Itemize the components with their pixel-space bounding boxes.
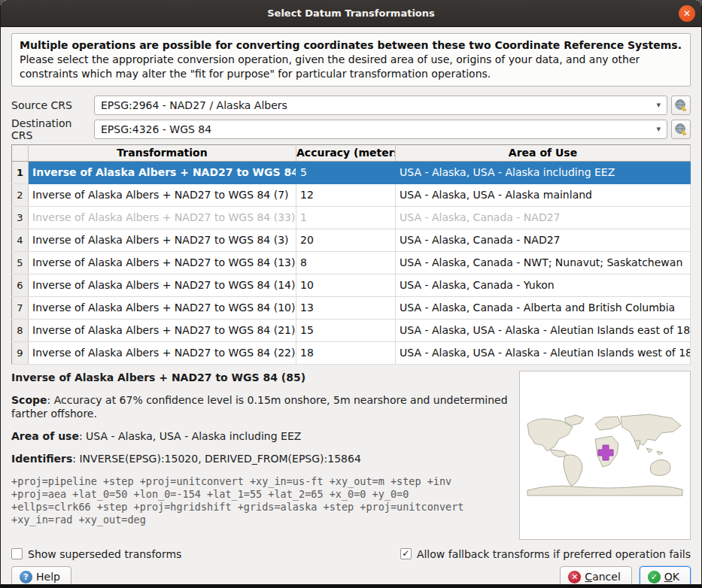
- accuracy-cell[interactable]: 1: [296, 206, 396, 229]
- close-glyph: ✕: [683, 8, 691, 19]
- proj-pipeline-string: +proj=pipeline +step +proj=unitconvert +…: [11, 475, 510, 527]
- transformation-cell[interactable]: Inverse of Alaska Albers + NAD27 to WGS …: [29, 296, 296, 319]
- cancel-button-label: Cancel: [585, 571, 620, 583]
- accuracy-cell[interactable]: 12: [296, 183, 396, 206]
- area-of-use-map: [519, 371, 691, 540]
- destination-crs-value: EPSG:4326 - WGS 84: [101, 123, 652, 135]
- transformation-cell[interactable]: Inverse of Alaska Albers + NAD27 to WGS …: [29, 206, 296, 229]
- row-number: 3: [12, 206, 29, 229]
- header-accuracy[interactable]: Accuracy (meters): [296, 144, 396, 161]
- dialog-content: Multiple operations are possible for con…: [1, 27, 701, 588]
- titlebar: Select Datum Transformations ✕: [1, 0, 701, 27]
- row-number: 7: [12, 296, 29, 319]
- area-cell[interactable]: USA - Alaska, USA - Alaska - Aleutian Is…: [396, 341, 691, 364]
- table-row[interactable]: 9 Inverse of Alaska Albers + NAD27 to WG…: [12, 341, 691, 364]
- row-number: 5: [12, 251, 29, 274]
- transformations-table: Transformation Accuracy (meters) Area of…: [11, 144, 691, 365]
- area-cell[interactable]: USA - Alaska, Canada - NAD27: [396, 206, 691, 229]
- destination-crs-row: Destination CRS EPSG:4326 - WGS 84 ▾: [11, 120, 691, 139]
- source-crs-value: EPSG:2964 - NAD27 / Alaska Albers: [101, 99, 652, 111]
- table-row[interactable]: 5 Inverse of Alaska Albers + NAD27 to WG…: [12, 251, 691, 274]
- table-row[interactable]: 1 Inverse of Alaska Albers + NAD27 to WG…: [12, 161, 691, 183]
- select-destination-crs-button[interactable]: [671, 120, 691, 139]
- ok-mnemonic: O: [664, 571, 673, 583]
- area-cell[interactable]: USA - Alaska, Canada - Yukon: [396, 274, 691, 296]
- source-crs-combobox[interactable]: EPSG:2964 - NAD27 / Alaska Albers ▾: [94, 95, 667, 115]
- show-superseded-checkbox[interactable]: Show superseded transforms: [11, 548, 181, 560]
- accuracy-cell[interactable]: 8: [296, 251, 396, 274]
- source-crs-row: Source CRS EPSG:2964 - NAD27 / Alaska Al…: [11, 95, 691, 115]
- options-row: Show superseded transforms ✓ Allow fallb…: [11, 547, 691, 561]
- allow-fallback-label: Allow fallback transforms if preferred o…: [417, 548, 691, 560]
- transformation-cell[interactable]: Inverse of Alaska Albers + NAD27 to WGS …: [29, 274, 296, 296]
- ok-rest: K: [673, 571, 679, 583]
- globe-edit-icon: [674, 123, 688, 136]
- header-transformation[interactable]: Transformation: [29, 144, 296, 161]
- transformation-details: Inverse of Alaska Albers + NAD27 to WGS …: [11, 371, 519, 540]
- transformation-cell[interactable]: Inverse of Alaska Albers + NAD27 to WGS …: [29, 161, 296, 183]
- transformation-cell[interactable]: Inverse of Alaska Albers + NAD27 to WGS …: [29, 251, 296, 274]
- transformation-cell[interactable]: Inverse of Alaska Albers + NAD27 to WGS …: [29, 319, 296, 341]
- ok-button[interactable]: ✓ OK: [640, 566, 691, 588]
- button-row: ? Help ✕ Cancel ✓ OK: [11, 566, 691, 588]
- row-number: 1: [12, 161, 29, 183]
- accuracy-cell[interactable]: 20: [296, 229, 396, 251]
- area-cell[interactable]: USA - Alaska, Canada - Alberta and Briti…: [396, 296, 691, 319]
- cancel-button[interactable]: ✕ Cancel: [560, 566, 631, 588]
- transformation-cell[interactable]: Inverse of Alaska Albers + NAD27 to WGS …: [29, 183, 296, 206]
- area-cell[interactable]: USA - Alaska, USA - Alaska mainland: [396, 183, 691, 206]
- transformation-cell[interactable]: Inverse of Alaska Albers + NAD27 to WGS …: [29, 229, 296, 251]
- source-crs-label: Source CRS: [11, 99, 94, 111]
- identifiers-text: : INVERSE(EPSG):15020, DERIVED_FROM(EPSG…: [72, 453, 361, 465]
- ok-icon: ✓: [648, 571, 661, 583]
- row-number: 2: [12, 183, 29, 206]
- accuracy-cell[interactable]: 15: [296, 319, 396, 341]
- select-source-crs-button[interactable]: [671, 95, 691, 115]
- select-datum-transformations-dialog: Select Datum Transformations ✕ Multiple …: [0, 0, 702, 588]
- table-row[interactable]: 2 Inverse of Alaska Albers + NAD27 to WG…: [12, 183, 691, 206]
- identifiers-line: Identifiers: INVERSE(EPSG):15020, DERIVE…: [11, 452, 510, 465]
- help-icon: ?: [20, 571, 32, 583]
- table-header-row: Transformation Accuracy (meters) Area of…: [12, 144, 691, 161]
- checkbox-unchecked-icon[interactable]: [11, 548, 23, 559]
- scope-text: : Accuracy at 67% confidence level is 0.…: [11, 394, 508, 420]
- selected-transformation-heading: Inverse of Alaska Albers + NAD27 to WGS …: [11, 371, 510, 384]
- destination-crs-label: Destination CRS: [11, 117, 94, 141]
- transformation-cell[interactable]: Inverse of Alaska Albers + NAD27 to WGS …: [29, 341, 296, 364]
- row-number: 8: [12, 319, 29, 341]
- table-row[interactable]: 3 Inverse of Alaska Albers + NAD27 to WG…: [12, 206, 691, 229]
- help-button-label: Help: [36, 571, 60, 583]
- accuracy-cell[interactable]: 10: [296, 274, 396, 296]
- allow-fallback-checkbox[interactable]: ✓ Allow fallback transforms if preferred…: [400, 548, 691, 560]
- details-section: Inverse of Alaska Albers + NAD27 to WGS …: [11, 371, 691, 540]
- header-area-of-use[interactable]: Area of Use: [396, 144, 691, 161]
- area-cell[interactable]: USA - Alaska, USA - Alaska - Aleutian Is…: [396, 319, 691, 341]
- area-of-use-line: Area of use: USA - Alaska, USA - Alaska …: [11, 429, 510, 443]
- close-icon[interactable]: ✕: [679, 5, 695, 22]
- table-row[interactable]: 6 Inverse of Alaska Albers + NAD27 to WG…: [12, 274, 691, 296]
- area-cell[interactable]: USA - Alaska, Canada - NAD27: [396, 229, 691, 251]
- row-number: 6: [12, 274, 29, 296]
- ok-button-label: OK: [664, 571, 679, 583]
- help-button[interactable]: ? Help: [11, 566, 71, 588]
- area-cell[interactable]: USA - Alaska, USA - Alaska including EEZ: [396, 161, 691, 183]
- scope-label: Scope: [11, 394, 47, 406]
- table-row[interactable]: 4 Inverse of Alaska Albers + NAD27 to WG…: [12, 229, 691, 251]
- table-row[interactable]: 7 Inverse of Alaska Albers + NAD27 to WG…: [12, 296, 691, 319]
- cancel-mnemonic: C: [585, 571, 592, 583]
- intro-rest-text: Please select the appropriate conversion…: [20, 53, 640, 80]
- area-cell[interactable]: USA - Alaska, Canada - NWT; Nunavut; Sas…: [396, 251, 691, 274]
- intro-message: Multiple operations are possible for con…: [11, 33, 691, 86]
- identifiers-label: Identifiers: [11, 453, 72, 465]
- checkbox-checked-icon[interactable]: ✓: [400, 548, 412, 559]
- scope-line: Scope: Accuracy at 67% confidence level …: [11, 393, 510, 420]
- accuracy-cell[interactable]: 18: [296, 341, 396, 364]
- table-row[interactable]: 8 Inverse of Alaska Albers + NAD27 to WG…: [12, 319, 691, 341]
- globe-edit-icon: [674, 99, 688, 112]
- destination-crs-combobox[interactable]: EPSG:4326 - WGS 84 ▾: [94, 120, 667, 139]
- accuracy-cell[interactable]: 13: [296, 296, 396, 319]
- chevron-down-icon: ▾: [652, 124, 661, 134]
- world-map: [520, 371, 690, 539]
- cancel-rest: ancel: [592, 571, 621, 583]
- accuracy-cell[interactable]: 5: [296, 161, 396, 183]
